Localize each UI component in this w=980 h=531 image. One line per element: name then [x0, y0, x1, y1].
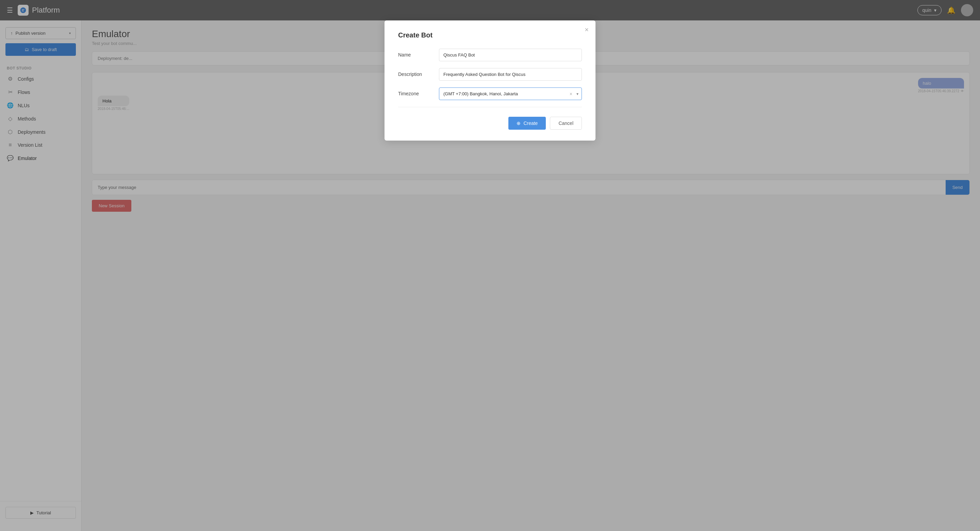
timezone-clear-button[interactable]: ×: [570, 91, 572, 97]
modal-title: Create Bot: [398, 31, 582, 39]
name-label: Name: [398, 49, 439, 57]
description-label: Description: [398, 68, 439, 77]
create-bot-modal: Create Bot × Name Description Timezone (…: [385, 21, 595, 140]
timezone-select[interactable]: (GMT +7:00) Bangkok, Hanoi, Jakarta: [439, 88, 582, 100]
modal-overlay: Create Bot × Name Description Timezone (…: [0, 0, 980, 531]
create-plus-icon: ⊕: [517, 121, 520, 126]
timezone-field: Timezone (GMT +7:00) Bangkok, Hanoi, Jak…: [398, 88, 582, 100]
modal-footer: ⊕ Create Cancel: [398, 114, 582, 130]
modal-divider: [398, 107, 582, 107]
name-field: Name: [398, 49, 582, 61]
timezone-label: Timezone: [398, 88, 439, 96]
modal-close-button[interactable]: ×: [585, 26, 589, 34]
create-label: Create: [523, 121, 538, 126]
timezone-select-wrapper: (GMT +7:00) Bangkok, Hanoi, Jakarta × ▾: [439, 88, 582, 100]
create-button[interactable]: ⊕ Create: [508, 117, 546, 130]
description-input[interactable]: [439, 68, 582, 81]
name-input[interactable]: [439, 49, 582, 61]
cancel-button[interactable]: Cancel: [550, 117, 582, 130]
description-field: Description: [398, 68, 582, 81]
